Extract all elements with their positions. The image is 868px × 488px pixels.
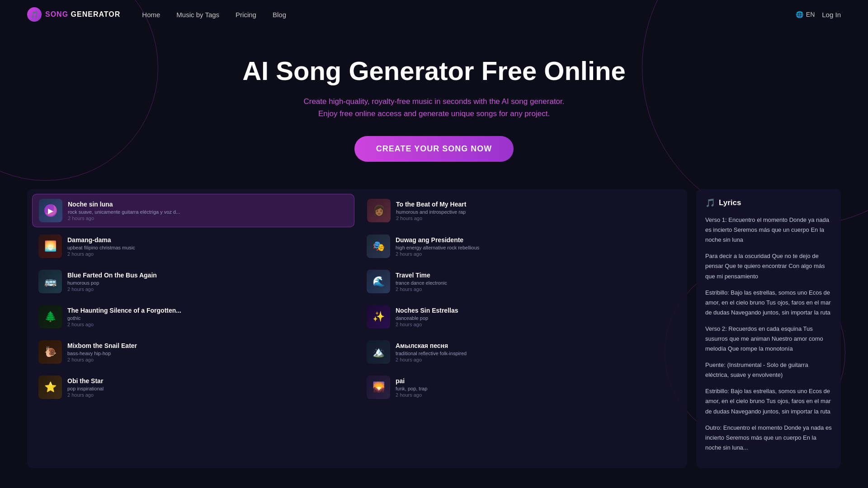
song-row-4: 🌲 The Haunting Silence of a Forgotten...… xyxy=(31,299,684,334)
lyrics-body: Verso 1: Encuentro el momento Donde ya n… xyxy=(705,215,832,453)
song-time: 2 hours ago xyxy=(67,286,348,292)
song-thumb-obi: ⭐ xyxy=(38,375,62,399)
song-card-noche-sin-luna[interactable]: 🌙 ▶ Noche sin luna rock suave, unicament… xyxy=(32,194,354,227)
song-thumb-amylskaya: 🏔️ xyxy=(367,340,390,364)
song-title: Mixbom the Snail Eater xyxy=(67,342,348,349)
song-card-pai[interactable]: 🌄 pai funk, pop, trap 2 hours ago xyxy=(360,371,682,404)
song-thumb-img: 🏔️ xyxy=(367,340,390,364)
song-tags: traditional reflective folk-inspired xyxy=(396,351,676,356)
song-thumb-to-the-beat: 👩🏾 xyxy=(367,199,391,222)
nav-blog[interactable]: Blog xyxy=(273,11,286,19)
song-card-travel-time[interactable]: 🌊 Travel Time trance dance electronic 2 … xyxy=(360,265,682,298)
song-row-3: 🚌 Blue Farted On the Bus Again humorous … xyxy=(31,264,684,299)
cta-button[interactable]: CREATE YOUR SONG NOW xyxy=(354,136,514,162)
song-thumb-blue-farted: 🚌 xyxy=(38,270,62,293)
song-card-noches[interactable]: ✨ Noches Sin Estrellas danceable pop 2 h… xyxy=(360,300,682,333)
song-title: Noche sin luna xyxy=(68,201,348,208)
song-tags: funk, pop, trap xyxy=(396,386,676,391)
song-info-to-the-beat: To the Beat of My Heart humorous and int… xyxy=(396,201,676,221)
main-content: 🌙 ▶ Noche sin luna rock suave, unicament… xyxy=(0,180,868,477)
song-title: The Haunting Silence of a Forgotten... xyxy=(67,307,348,314)
song-time: 2 hours ago xyxy=(67,322,348,327)
song-time: 2 hours ago xyxy=(396,322,676,327)
song-card-obi[interactable]: ⭐ Obi the Star pop inspirational 2 hours… xyxy=(32,371,354,404)
song-info-noche-sin-luna: Noche sin luna rock suave, unicamente gu… xyxy=(68,201,348,221)
song-info-mixbom: Mixbom the Snail Eater bass-heavy hip-ho… xyxy=(67,342,348,362)
song-tags: bass-heavy hip-hop xyxy=(67,351,348,356)
song-tags: trance dance electronic xyxy=(396,280,676,286)
logo-icon: 🎵 xyxy=(27,7,42,22)
song-thumb-noche-sin-luna: 🌙 ▶ xyxy=(39,199,62,222)
song-title: Travel Time xyxy=(396,272,676,279)
song-tags: pop inspirational xyxy=(67,386,348,391)
song-card-mixbom[interactable]: 🐌 Mixbom the Snail Eater bass-heavy hip-… xyxy=(32,336,354,368)
song-info-obi: Obi the Star pop inspirational 2 hours a… xyxy=(67,377,348,398)
nav-right: 🌐 EN Log In xyxy=(796,11,841,19)
song-card-to-the-beat[interactable]: 👩🏾 To the Beat of My Heart humorous and … xyxy=(361,194,682,227)
song-thumb-img: ⭐ xyxy=(38,375,62,399)
song-card-amylskaya[interactable]: 🏔️ Амылская песня traditional reflective… xyxy=(360,336,682,368)
song-time: 2 hours ago xyxy=(396,286,676,292)
lang-label: EN xyxy=(806,11,815,18)
login-button[interactable]: Log In xyxy=(822,11,841,19)
lyrics-section-5: Puente: (Instrumental - Solo de guitarra… xyxy=(705,360,832,380)
song-thumb-img: 🎭 xyxy=(367,235,390,258)
song-thumb-travel-time: 🌊 xyxy=(367,270,390,293)
song-time: 2 hours ago xyxy=(396,392,676,398)
song-time: 2 hours ago xyxy=(396,216,676,221)
song-info-pai: pai funk, pop, trap 2 hours ago xyxy=(396,377,676,398)
song-card-duwag[interactable]: 🎭 Duwag ang Presidente high energy alter… xyxy=(360,230,682,263)
song-title: Амылская песня xyxy=(396,342,676,349)
play-button-noche-sin-luna[interactable]: ▶ xyxy=(44,204,57,217)
song-card-blue-farted[interactable]: 🚌 Blue Farted On the Bus Again humorous … xyxy=(32,265,354,298)
nav-music-by-tags[interactable]: Music by Tags xyxy=(176,11,219,19)
song-tags: high energy alternative rock rebellious xyxy=(396,245,676,250)
lyrics-section-2: Para decir a la oscuridad Que no te dejo… xyxy=(705,251,832,281)
song-tags: danceable pop xyxy=(396,315,676,321)
nav-home[interactable]: Home xyxy=(142,11,160,19)
song-thumb-pai: 🌄 xyxy=(367,375,390,399)
logo-text: SONG GENERATOR xyxy=(45,10,120,19)
navbar: 🎵 SONG GENERATOR Home Music by Tags Pric… xyxy=(0,0,868,29)
song-tags: humorous pop xyxy=(67,280,348,286)
song-title: pai xyxy=(396,377,676,385)
song-thumb-img: 🌅 xyxy=(38,235,62,258)
lyrics-icon: 🎵 xyxy=(705,198,715,208)
logo[interactable]: 🎵 SONG GENERATOR xyxy=(27,7,120,22)
lyrics-section-4: Verso 2: Recuerdos en cada esquina Tus s… xyxy=(705,324,832,354)
logo-song: SONG xyxy=(45,10,68,18)
song-tags: rock suave, unicamente guitarra eléctrig… xyxy=(68,209,348,215)
song-row-1: 🌙 ▶ Noche sin luna rock suave, unicament… xyxy=(31,192,684,229)
song-info-haunting: The Haunting Silence of a Forgotten... g… xyxy=(67,307,348,327)
lyrics-title: Lyrics xyxy=(719,198,741,207)
song-row-6: ⭐ Obi the Star pop inspirational 2 hours… xyxy=(31,370,684,405)
song-thumb-img: 🚌 xyxy=(38,270,62,293)
song-card-damang-dama[interactable]: 🌅 Damang-dama upbeat filipino christmas … xyxy=(32,230,354,263)
globe-icon: 🌐 xyxy=(796,11,803,18)
lyrics-section-3: Estribillo: Bajo las estrellas, somos un… xyxy=(705,288,832,318)
song-thumb-haunting: 🌲 xyxy=(38,305,62,328)
song-info-amylskaya: Амылская песня traditional reflective fo… xyxy=(396,342,676,362)
lyrics-header: 🎵 Lyrics xyxy=(705,198,832,208)
song-thumb-img: 🐌 xyxy=(38,340,62,364)
lyrics-section-1: Verso 1: Encuentro el momento Donde ya n… xyxy=(705,215,832,245)
song-time: 2 hours ago xyxy=(67,392,348,398)
lyrics-panel: 🎵 Lyrics Verso 1: Encuentro el momento D… xyxy=(696,189,841,468)
song-time: 2 hours ago xyxy=(68,216,348,221)
song-info-travel-time: Travel Time trance dance electronic 2 ho… xyxy=(396,272,676,292)
song-list: 🌙 ▶ Noche sin luna rock suave, unicament… xyxy=(27,189,687,468)
song-info-blue-farted: Blue Farted On the Bus Again humorous po… xyxy=(67,272,348,292)
song-row-2: 🌅 Damang-dama upbeat filipino christmas … xyxy=(31,229,684,264)
song-time: 2 hours ago xyxy=(396,251,676,257)
song-thumb-img: 👩🏾 xyxy=(367,199,391,222)
song-title: Blue Farted On the Bus Again xyxy=(67,272,348,279)
song-info-damang-dama: Damang-dama upbeat filipino christmas mu… xyxy=(67,236,348,257)
song-thumb-img: 🌊 xyxy=(367,270,390,293)
song-time: 2 hours ago xyxy=(396,357,676,362)
song-thumb-img: 🌲 xyxy=(38,305,62,328)
song-title: Damang-dama xyxy=(67,236,348,244)
language-selector[interactable]: 🌐 EN xyxy=(796,11,815,18)
song-card-haunting[interactable]: 🌲 The Haunting Silence of a Forgotten...… xyxy=(32,300,354,333)
song-title: Duwag ang Presidente xyxy=(396,236,676,244)
nav-pricing[interactable]: Pricing xyxy=(236,11,256,19)
